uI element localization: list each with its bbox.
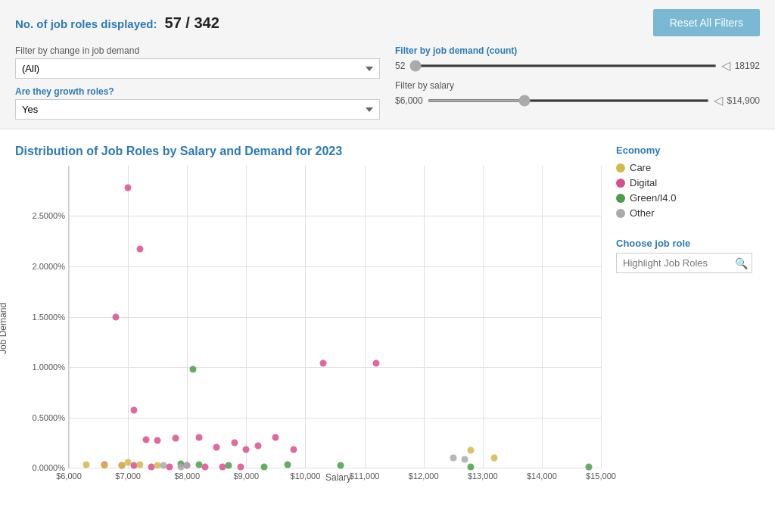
x-tick-label: $9,000 — [234, 471, 260, 481]
count-filter-group: Filter by job demand (count) 52 ◁ 18192 — [395, 45, 760, 73]
scatter-dot — [285, 462, 291, 468]
scatter-dot — [195, 462, 202, 468]
scatter-dot — [243, 446, 250, 453]
salary-filter-label: Filter by salary — [395, 80, 760, 91]
legend-items: CareDigitalGreen/I4.0Other — [616, 162, 752, 219]
legend-label: Care — [630, 162, 651, 173]
scatter-dot — [130, 407, 137, 414]
x-tick-label: $12,000 — [409, 471, 439, 481]
y-tick-label: 1.0000% — [33, 362, 65, 372]
scatter-dot — [338, 462, 344, 469]
legend-label: Green/I4.0 — [630, 192, 676, 204]
legend-label: Digital — [630, 177, 657, 188]
scatter-dot — [184, 462, 191, 469]
right-filters: Filter by job demand (count) 52 ◁ 18192 … — [395, 45, 760, 120]
highlight-job-roles-input[interactable] — [616, 253, 752, 273]
grid-line-horizontal — [69, 216, 601, 216]
job-roles-value: 57 / 342 — [165, 14, 219, 32]
legend-label: Other — [630, 207, 655, 219]
scatter-dot — [450, 454, 456, 461]
y-tick-label: 2.0000% — [33, 262, 65, 271]
x-tick-label: $7,000 — [115, 471, 141, 481]
salary-min-label: $6,000 — [395, 95, 423, 106]
legend-item: Other — [616, 207, 752, 219]
salary-slider[interactable] — [428, 99, 709, 102]
legend-color-dot — [616, 209, 625, 218]
scatter-dot — [373, 359, 380, 366]
x-tick-label: $10,000 — [291, 471, 321, 481]
count-filter-label: Filter by job demand (count) — [395, 45, 760, 56]
count-slider[interactable] — [409, 64, 716, 67]
grid-line-horizontal — [69, 317, 601, 318]
x-tick-label: $14,000 — [527, 471, 557, 481]
scatter-dot — [254, 442, 261, 449]
scatter-dot — [462, 456, 468, 463]
job-roles-label: No. of job roles displayed: — [15, 17, 157, 30]
growth-filter-select[interactable]: Yes No (All) — [15, 99, 380, 120]
scatter-dot — [142, 436, 149, 443]
legend-color-dot — [616, 194, 625, 203]
demand-filter-group: Filter by change in job demand (All) Inc… — [15, 45, 380, 79]
scatter-dot — [491, 454, 498, 461]
y-tick-label: 0.5000% — [33, 413, 65, 422]
scatter-dot — [213, 444, 220, 451]
demand-filter-label: Filter by change in job demand — [15, 45, 380, 56]
scatter-dot — [190, 366, 197, 372]
grid-line-vertical — [187, 166, 188, 468]
count-max-label: 18192 — [735, 61, 760, 71]
scatter-dot — [468, 447, 475, 454]
grid-line-vertical — [424, 166, 425, 468]
scatter-dot — [172, 435, 179, 442]
demand-filter-select[interactable]: (All) Increase Decrease Stable — [15, 58, 380, 79]
scatter-dot — [272, 434, 279, 441]
grid-line-vertical — [483, 166, 484, 468]
x-tick-label: $6,000 — [56, 471, 82, 481]
scatter-dot — [195, 434, 202, 441]
scatter-dot — [586, 463, 593, 470]
top-bar: No. of job roles displayed: 57 / 342 Res… — [0, 0, 775, 129]
legend-item: Green/I4.0 — [616, 192, 752, 204]
y-tick-label: 2.5000% — [33, 211, 65, 220]
choose-job-role-label: Choose job role — [616, 238, 752, 249]
search-input-wrapper: 🔍 — [616, 253, 752, 273]
x-tick-label: $15,000 — [586, 471, 616, 481]
scatter-dot — [136, 246, 143, 253]
scatter-dot — [468, 463, 475, 470]
legend-title: Economy — [616, 145, 752, 156]
grid-line-horizontal — [69, 367, 601, 368]
chart-wrapper: Job Demand 0.0000%0.5000%1.0000%1.5000%2… — [15, 166, 608, 491]
legend-panel: Economy CareDigitalGreen/I4.0Other Choos… — [608, 145, 760, 491]
scatter-dot — [237, 463, 244, 470]
scatter-dot — [225, 462, 232, 469]
y-tick-label: 1.5000% — [33, 313, 65, 322]
choose-job-role: Choose job role 🔍 — [616, 238, 752, 273]
legend-color-dot — [616, 163, 625, 173]
scatter-dot — [160, 462, 167, 469]
salary-filter-group: Filter by salary $6,000 ◁ $14,900 — [395, 80, 760, 107]
grid-line-vertical — [69, 166, 70, 468]
salary-max-label: $14,900 — [727, 95, 760, 106]
grid-line-vertical — [601, 166, 602, 468]
scatter-dot — [101, 462, 107, 469]
reset-all-filters-button[interactable]: Reset All Filters — [653, 9, 760, 36]
scatter-dot — [201, 463, 208, 470]
x-tick-label: $8,000 — [174, 471, 200, 481]
y-axis-label: Job Demand — [0, 303, 8, 354]
grid-line-horizontal — [69, 418, 601, 418]
scatter-dot — [125, 459, 132, 466]
left-filters: Filter by change in job demand (All) Inc… — [15, 45, 380, 120]
scatter-dot — [125, 185, 132, 191]
grid-line-vertical — [128, 166, 129, 468]
scatter-dot — [136, 462, 143, 468]
grid-line-horizontal — [69, 266, 601, 267]
scatter-dot — [290, 446, 297, 453]
count-min-label: 52 — [395, 61, 405, 71]
job-roles-count: No. of job roles displayed: 57 / 342 — [15, 14, 219, 32]
growth-filter-label: Are they growth roles? — [15, 86, 380, 97]
x-tick-label: $11,000 — [350, 471, 380, 481]
scatter-dot — [154, 437, 161, 444]
grid-line-vertical — [365, 166, 366, 468]
scatter-dot — [83, 462, 90, 468]
x-tick-label: $13,000 — [468, 471, 498, 481]
grid-line-vertical — [542, 166, 543, 468]
